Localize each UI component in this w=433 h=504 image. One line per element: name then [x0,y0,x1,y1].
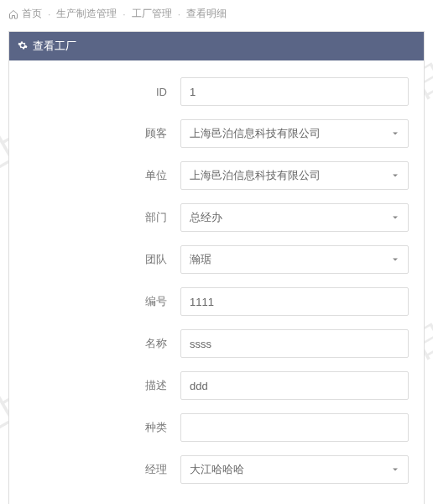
row-dept: 部门 [24,203,409,232]
cog-icon [18,40,28,53]
row-name: 名称 [24,329,409,358]
label-kind: 种类 [24,420,180,435]
dept-select[interactable] [180,203,409,232]
row-code: 编号 [24,287,409,316]
row-manager: 经理 [24,455,409,484]
button-row: 修改 返回列表 [24,497,409,504]
label-desc: 描述 [24,378,180,393]
name-field[interactable] [180,329,409,358]
code-field[interactable] [180,287,409,316]
breadcrumb-home[interactable]: 首页 [22,7,42,21]
row-desc: 描述 [24,371,409,400]
kind-field[interactable] [180,413,409,442]
label-id: ID [24,86,180,98]
row-customer: 顾客 [24,119,409,148]
id-field[interactable] [180,77,409,106]
label-name: 名称 [24,336,180,351]
team-select[interactable] [180,245,409,274]
breadcrumb: 首页 · 生产制造管理 · 工厂管理 · 查看明细 [0,0,433,28]
breadcrumb-l3: 查看明细 [186,7,227,21]
breadcrumb-l2[interactable]: 工厂管理 [132,7,172,21]
label-customer: 顾客 [24,126,180,141]
breadcrumb-sep: · [123,8,125,20]
label-dept: 部门 [24,210,180,225]
panel-title: 查看工厂 [33,39,76,54]
breadcrumb-sep: · [178,8,180,20]
panel-header: 查看工厂 [9,32,424,60]
panel-body: ID 顾客 单位 部门 团 [9,60,424,504]
unit-select[interactable] [180,161,409,190]
label-manager: 经理 [24,462,180,477]
detail-panel: 查看工厂 ID 顾客 单位 部门 [8,31,425,504]
customer-select[interactable] [180,119,409,148]
label-code: 编号 [24,294,180,309]
row-unit: 单位 [24,161,409,190]
row-team: 团队 [24,245,409,274]
label-team: 团队 [24,252,180,267]
breadcrumb-sep: · [48,8,50,20]
home-icon [8,8,18,20]
row-kind: 种类 [24,413,409,442]
breadcrumb-l1[interactable]: 生产制造管理 [56,7,117,21]
manager-select[interactable] [180,455,409,484]
desc-field[interactable] [180,371,409,400]
row-id: ID [24,77,409,106]
label-unit: 单位 [24,168,180,183]
